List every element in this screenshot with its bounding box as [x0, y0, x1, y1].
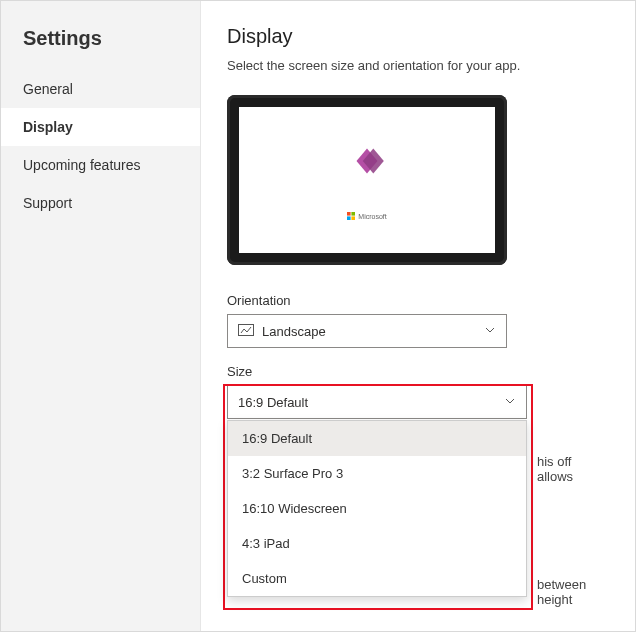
- chevron-down-icon: [484, 324, 496, 339]
- page-subtitle: Select the screen size and orientation f…: [227, 58, 609, 73]
- microsoft-brand: Microsoft: [347, 212, 386, 220]
- size-selected-value: 16:9 Default: [238, 395, 308, 410]
- size-option-16-9-default[interactable]: 16:9 Default: [228, 421, 526, 456]
- sidebar: Settings General Display Upcoming featur…: [1, 1, 201, 631]
- size-option-16-10-widescreen[interactable]: 16:10 Widescreen: [228, 491, 526, 526]
- sidebar-item-general[interactable]: General: [1, 70, 200, 108]
- partial-text-fragment: between height: [537, 577, 609, 607]
- option-label: 4:3 iPad: [242, 536, 290, 551]
- device-screen: Microsoft: [239, 107, 495, 253]
- size-option-4-3-ipad[interactable]: 4:3 iPad: [228, 526, 526, 561]
- option-label: 3:2 Surface Pro 3: [242, 466, 343, 481]
- size-option-3-2-surface-pro-3[interactable]: 3:2 Surface Pro 3: [228, 456, 526, 491]
- svg-rect-6: [239, 324, 254, 335]
- powerapps-logo-icon: [346, 140, 388, 186]
- orientation-field: Orientation Landscape: [227, 293, 609, 348]
- svg-rect-3: [352, 212, 356, 216]
- chevron-down-icon: [504, 395, 516, 410]
- svg-rect-4: [347, 216, 351, 220]
- option-label: Custom: [242, 571, 287, 586]
- option-label: 16:9 Default: [242, 431, 312, 446]
- option-label: 16:10 Widescreen: [242, 501, 347, 516]
- size-field: Size 16:9 Default his off allows between…: [227, 364, 609, 419]
- sidebar-item-display[interactable]: Display: [1, 108, 200, 146]
- size-option-custom[interactable]: Custom: [228, 561, 526, 596]
- size-label: Size: [227, 364, 609, 379]
- sidebar-item-support[interactable]: Support: [1, 184, 200, 222]
- sidebar-item-label: Display: [23, 119, 73, 135]
- orientation-selected-value: Landscape: [262, 324, 326, 339]
- microsoft-logo-icon: [347, 212, 355, 220]
- sidebar-item-upcoming-features[interactable]: Upcoming features: [1, 146, 200, 184]
- page-title: Display: [227, 25, 609, 48]
- partial-text-fragment: his off allows: [537, 454, 609, 484]
- svg-rect-5: [352, 216, 356, 220]
- size-dropdown-list: 16:9 Default 3:2 Surface Pro 3 16:10 Wid…: [227, 420, 527, 597]
- sidebar-item-label: General: [23, 81, 73, 97]
- sidebar-item-label: Upcoming features: [23, 157, 141, 173]
- device-preview: Microsoft: [227, 95, 507, 265]
- landscape-icon: [238, 324, 254, 339]
- size-dropdown[interactable]: 16:9 Default: [227, 385, 527, 419]
- orientation-label: Orientation: [227, 293, 609, 308]
- settings-window: Settings General Display Upcoming featur…: [0, 0, 636, 632]
- orientation-dropdown[interactable]: Landscape: [227, 314, 507, 348]
- svg-rect-2: [347, 212, 351, 216]
- main-panel: Display Select the screen size and orien…: [201, 1, 635, 631]
- sidebar-item-label: Support: [23, 195, 72, 211]
- microsoft-brand-label: Microsoft: [358, 213, 386, 220]
- sidebar-title: Settings: [1, 19, 200, 70]
